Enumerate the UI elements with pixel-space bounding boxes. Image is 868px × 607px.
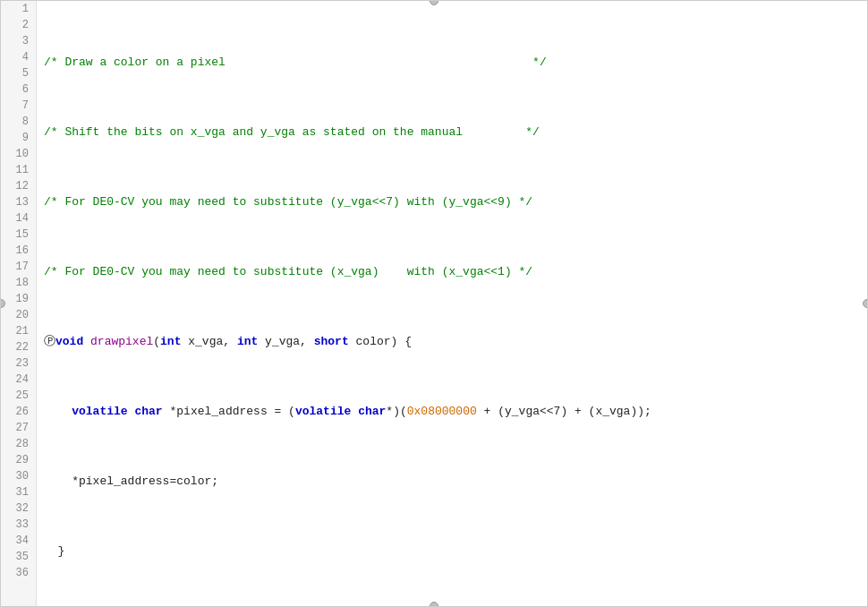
- code-line-7: *pixel_address=color;: [44, 474, 860, 490]
- ln-1: 1: [1, 1, 36, 17]
- code-line-8: }: [44, 543, 860, 560]
- ln-8: 8: [1, 114, 36, 130]
- ln-22: 22: [1, 339, 36, 355]
- ln-25: 25: [1, 388, 36, 404]
- ln-13: 13: [1, 194, 36, 210]
- ln-6: 6: [1, 81, 36, 98]
- code-area: 1 2 3 4 5 6 7 8 9 10 11 12 13 14 15 16 1…: [1, 1, 867, 606]
- ln-19: 19: [1, 291, 36, 307]
- ln-9: 9: [1, 130, 36, 146]
- ln-16: 16: [1, 243, 36, 259]
- ln-23: 23: [1, 355, 36, 372]
- ln-34: 34: [1, 533, 36, 549]
- ln-10: 10: [1, 146, 36, 162]
- ln-24: 24: [1, 372, 36, 388]
- ln-28: 28: [1, 436, 36, 452]
- ln-26: 26: [1, 404, 36, 420]
- line-numbers: 1 2 3 4 5 6 7 8 9 10 11 12 13 14 15 16 1…: [1, 1, 37, 606]
- ln-11: 11: [1, 162, 36, 178]
- ln-27: 27: [1, 420, 36, 436]
- editor-container: 1 2 3 4 5 6 7 8 9 10 11 12 13 14 15 16 1…: [0, 0, 868, 607]
- ln-17: 17: [1, 259, 36, 275]
- ln-18: 18: [1, 275, 36, 291]
- code-line-1: /* Draw a color on a pixel */: [44, 55, 860, 71]
- ln-21: 21: [1, 323, 36, 339]
- code-line-2: /* Shift the bits on x_vga and y_vga as …: [44, 124, 860, 141]
- code-line-5: Ⓟvoid drawpixel(int x_vga, int y_vga, sh…: [44, 334, 860, 350]
- ln-4: 4: [1, 49, 36, 65]
- code-line-3: /* For DE0-CV you may need to substitute…: [44, 194, 860, 210]
- ln-5: 5: [1, 65, 36, 81]
- ln-36: 36: [1, 565, 36, 581]
- ln-20: 20: [1, 307, 36, 323]
- ln-32: 32: [1, 500, 36, 517]
- ln-35: 35: [1, 549, 36, 565]
- code-line-4: /* For DE0-CV you may need to substitute…: [44, 264, 860, 280]
- code-content[interactable]: /* Draw a color on a pixel */ /* Shift t…: [37, 1, 867, 606]
- ln-31: 31: [1, 484, 36, 500]
- ln-30: 30: [1, 468, 36, 484]
- ln-15: 15: [1, 227, 36, 243]
- ln-33: 33: [1, 517, 36, 533]
- ln-7: 7: [1, 98, 36, 114]
- handle-bottom[interactable]: [430, 602, 438, 607]
- code-line-6: volatile char *pixel_address = (volatile…: [44, 404, 860, 420]
- ln-14: 14: [1, 210, 36, 227]
- ln-12: 12: [1, 178, 36, 194]
- ln-3: 3: [1, 33, 36, 49]
- handle-right[interactable]: [863, 299, 868, 308]
- ln-2: 2: [1, 17, 36, 33]
- ln-29: 29: [1, 452, 36, 468]
